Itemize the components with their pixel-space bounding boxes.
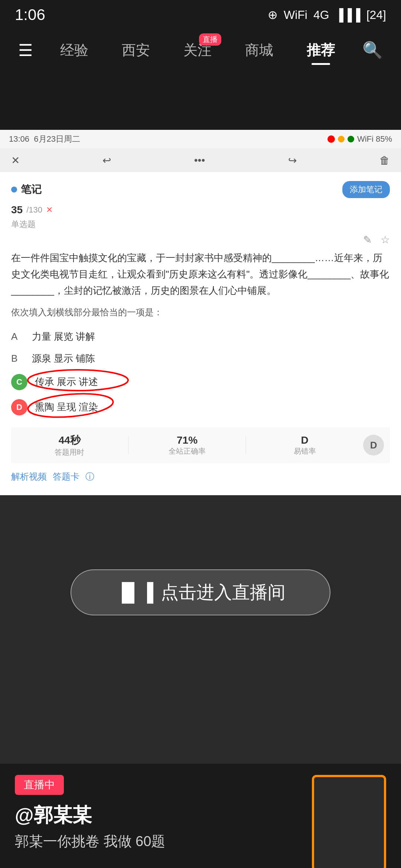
network-icon: 4G	[313, 8, 329, 22]
browser-back-btn[interactable]: ↩	[102, 154, 111, 167]
edit-icon[interactable]: ✎	[363, 234, 372, 246]
stat-wrong: D 易错率	[246, 434, 363, 456]
add-note-btn[interactable]: 添加笔记	[342, 181, 390, 198]
inner-status-bar: 13:06 6月23日周二 WiFi 85%	[0, 130, 401, 148]
option-text-b: 源泉 显示 铺陈	[32, 352, 95, 365]
question-type: 单选题	[11, 219, 390, 230]
nav-item-mall[interactable]: 商城	[239, 37, 279, 63]
quiz-option-b[interactable]: B 源泉 显示 铺陈	[11, 348, 390, 369]
enter-live-area: ▐▌▐ 点击进入直播间	[0, 525, 401, 652]
nav-item-recommend[interactable]: 推荐	[301, 37, 341, 63]
live-description: 郭某一你挑卷 我做 60题	[15, 832, 165, 851]
option-text-c: 传承 展示 讲述	[35, 375, 98, 388]
quiz-option-d[interactable]: D 熏陶 呈现 渲染	[11, 395, 390, 420]
stat-time-label: 答题用时	[11, 447, 128, 457]
live-thumbnail[interactable]	[312, 775, 386, 868]
red-dot	[327, 135, 335, 143]
browser-dots-btn[interactable]: •••	[194, 154, 205, 166]
quiz-instruction: 依次填入划横线部分最恰当的一项是：	[11, 306, 390, 318]
quiz-icons-row: ✎ ☆	[11, 234, 390, 246]
green-dot	[348, 136, 354, 142]
battery-icon: [24]	[366, 8, 386, 22]
signal-icon: ▐▐▐	[335, 8, 361, 22]
notification-icon: ⊕	[268, 8, 278, 22]
stat-time: 44秒 答题用时	[11, 433, 128, 457]
stat-wrong-value: D	[246, 434, 363, 446]
enter-live-btn[interactable]: ▐▌▐ 点击进入直播间	[71, 569, 330, 615]
live-badge: 直播	[199, 33, 221, 46]
inner-status-icons: WiFi 85%	[327, 134, 392, 144]
answer-card-label[interactable]: 答题卡	[53, 471, 79, 483]
quiz-options: A 力量 展览 讲解 B 源泉 显示 铺陈 C 传承 展示 讲述 D 熏陶 呈现	[11, 326, 390, 420]
live-bars-icon: ▐▌▐	[115, 582, 153, 602]
option-circle-d: D	[11, 399, 27, 415]
top-nav: ☰ 经验 西安 关注 直播 商城 推荐 🔍	[0, 30, 401, 70]
stat-wrong-label: 易错率	[246, 446, 363, 456]
status-bar: 1:06 ⊕ WiFi 4G ▐▐▐ [24]	[0, 0, 401, 30]
quiz-app: 笔记 添加笔记 35 /130 ✕ 单选题 ✎ ☆ 在一件件国宝中触摸文化的宝藏…	[0, 172, 401, 495]
status-time: 1:06	[15, 6, 45, 24]
search-icon[interactable]: 🔍	[362, 40, 383, 60]
option-text-a: 力量 展览 讲解	[32, 330, 95, 343]
browser-delete-btn[interactable]: 🗑	[379, 154, 390, 167]
info-icon: ⓘ	[85, 471, 94, 483]
inner-browser-nav: ✕ ↩ ••• ↪ 🗑	[0, 148, 401, 172]
live-username[interactable]: @郭某某	[15, 802, 165, 828]
stat-accuracy: 71% 全站正确率	[129, 434, 246, 456]
star-icon[interactable]: ☆	[381, 234, 390, 246]
quiz-note-label: 笔记	[11, 183, 42, 197]
live-info-left: 直播中 @郭某某 郭某一你挑卷 我做 60题	[15, 775, 165, 851]
quiz-footer: 解析视频 答题卡 ⓘ	[11, 467, 390, 486]
dark-top-area	[0, 70, 401, 130]
quiz-meta: 35 /130 ✕	[11, 204, 390, 216]
option-letter-a: A	[11, 331, 25, 342]
quiz-card-wrapper: 13:06 6月23日周二 WiFi 85% ✕ ↩ ••• ↪ 🗑 笔记 添加…	[0, 130, 401, 495]
quiz-stats: 44秒 答题用时 71% 全站正确率 D 易错率 D	[11, 427, 390, 463]
status-icons: ⊕ WiFi 4G ▐▐▐ [24]	[268, 8, 386, 22]
menu-icon[interactable]: ☰	[18, 41, 33, 60]
orange-dot	[338, 136, 345, 142]
blue-dot	[11, 187, 17, 193]
option-circle-c: C	[11, 374, 27, 390]
dark-space	[0, 652, 401, 764]
browser-close-btn[interactable]: ✕	[11, 154, 20, 167]
quiz-header: 笔记 添加笔记	[11, 181, 390, 198]
answer-badge: D	[363, 435, 384, 456]
stat-accuracy-label: 全站正确率	[129, 446, 246, 456]
live-status-badge: 直播中	[15, 775, 64, 795]
quiz-option-c[interactable]: C 传承 展示 讲述	[11, 369, 390, 395]
question-num: 35	[11, 204, 23, 216]
enter-live-text: 点击进入直播间	[161, 581, 286, 604]
live-info: 直播中 @郭某某 郭某一你挑卷 我做 60题	[0, 764, 401, 868]
nav-item-experience[interactable]: 经验	[54, 37, 94, 63]
wifi-icon: WiFi	[284, 8, 307, 22]
nav-item-follow[interactable]: 关注 直播	[177, 37, 218, 63]
browser-forward-btn[interactable]: ↪	[288, 154, 297, 167]
option-letter-b: B	[11, 353, 25, 364]
parse-video-label[interactable]: 解析视频	[11, 471, 47, 483]
nav-item-xian[interactable]: 西安	[116, 37, 156, 63]
option-text-d: 熏陶 呈现 渲染	[35, 401, 98, 414]
quiz-option-a[interactable]: A 力量 展览 讲解	[11, 326, 390, 348]
inner-time: 13:06 6月23日周二	[9, 134, 80, 145]
dark-area	[0, 495, 401, 525]
stat-accuracy-value: 71%	[129, 434, 246, 446]
stat-time-value: 44秒	[11, 433, 128, 447]
quiz-question: 在一件件国宝中触摸文化的宝藏，于一封封家书中感受精神的________……近年来…	[11, 250, 390, 299]
